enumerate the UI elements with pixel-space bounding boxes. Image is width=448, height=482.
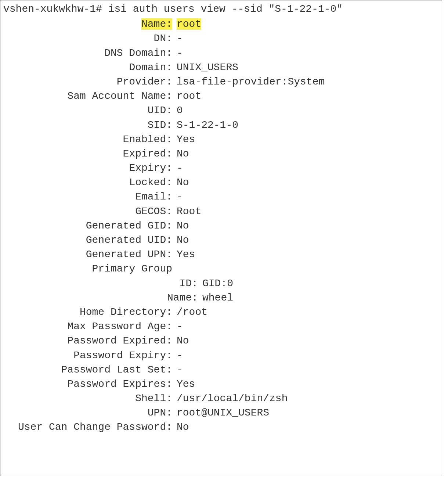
home-dir-value: /root [172,305,207,319]
dns-domain-label: DNS Domain: [3,46,172,60]
field-provider: Provider: lsa-file-provider:System [3,75,439,89]
pg-name-label: Name: [3,291,198,305]
upn-label: UPN: [3,406,172,420]
gecos-value: Root [172,204,201,219]
pg-id-value: GID:0 [198,276,233,291]
provider-label: Provider: [3,75,172,89]
dn-label: DN: [3,31,172,46]
field-uid: UID: 0 [3,103,439,118]
upn-value: root@UNIX_USERS [172,406,269,420]
pw-last-set-value: - [172,363,183,377]
enabled-label: Enabled: [3,132,172,147]
expiry-value: - [172,161,183,175]
field-dns-domain: DNS Domain: - [3,46,439,60]
max-pw-age-label: Max Password Age: [3,319,172,334]
pg-id-label: ID: [3,276,198,291]
pw-expiry-label: Password Expiry: [3,348,172,363]
expired-label: Expired: [3,147,172,161]
field-expired: Expired: No [3,147,439,161]
field-password-last-set: Password Last Set: - [3,363,439,377]
email-label: Email: [3,190,172,204]
dns-domain-value: - [172,46,183,60]
field-email: Email: - [3,190,439,204]
field-enabled: Enabled: Yes [3,132,439,147]
domain-value: UNIX_USERS [172,60,238,75]
name-value: root [177,18,201,30]
locked-label: Locked: [3,175,172,190]
domain-label: Domain: [3,60,172,75]
sam-label: Sam Account Name: [3,89,172,103]
field-shell: Shell: /usr/local/bin/zsh [3,391,439,406]
gen-upn-label: Generated UPN: [3,247,172,262]
field-expiry: Expiry: - [3,161,439,175]
uid-label: UID: [3,103,172,118]
user-can-change-value: No [172,420,189,434]
expired-value: No [172,147,189,161]
field-primary-group: Primary Group [3,262,439,276]
pw-last-set-label: Password Last Set: [3,363,172,377]
field-upn: UPN: root@UNIX_USERS [3,406,439,420]
field-domain: Domain: UNIX_USERS [3,60,439,75]
field-generated-uid: Generated UID: No [3,233,439,247]
field-password-expired: Password Expired: No [3,334,439,348]
field-password-expires: Password Expires: Yes [3,377,439,391]
field-max-password-age: Max Password Age: - [3,319,439,334]
shell-label: Shell: [3,391,172,406]
pg-name-value: wheel [198,291,233,305]
primary-group-label: Primary Group [3,262,172,276]
shell-value: /usr/local/bin/zsh [172,391,288,406]
uid-value: 0 [172,103,183,118]
name-label: Name: [141,18,172,30]
dn-value: - [172,31,183,46]
email-value: - [172,190,183,204]
gen-uid-value: No [172,233,189,247]
field-sam-account-name: Sam Account Name: root [3,89,439,103]
field-sid: SID: S-1-22-1-0 [3,118,439,132]
field-generated-gid: Generated GID: No [3,219,439,233]
enabled-value: Yes [172,132,195,147]
max-pw-age-value: - [172,319,183,334]
pw-expires-label: Password Expires: [3,377,172,391]
field-password-expiry: Password Expiry: - [3,348,439,363]
home-dir-label: Home Directory: [3,305,172,319]
pw-expired-label: Password Expired: [3,334,172,348]
field-dn: DN: - [3,31,439,46]
pw-expiry-value: - [172,348,183,363]
expiry-label: Expiry: [3,161,172,175]
gen-uid-label: Generated UID: [3,233,172,247]
locked-value: No [172,175,189,190]
pw-expires-value: Yes [172,377,195,391]
gen-gid-label: Generated GID: [3,219,172,233]
primary-group-value [172,262,177,276]
command-prompt-line: vshen-xukwkhw-1# isi auth users view --s… [3,2,439,16]
sam-value: root [172,89,201,103]
pw-expired-value: No [172,334,189,348]
field-home-directory: Home Directory: /root [3,305,439,319]
field-gecos: GECOS: Root [3,204,439,219]
field-primary-group-name: Name: wheel [3,291,439,305]
field-name: Name: root [3,17,439,31]
field-user-can-change-password: User Can Change Password: No [3,420,439,434]
user-can-change-label: User Can Change Password: [3,420,172,434]
gen-upn-value: Yes [172,247,195,262]
field-primary-group-id: ID: GID:0 [3,276,439,291]
gen-gid-value: No [172,219,189,233]
field-locked: Locked: No [3,175,439,190]
sid-value: S-1-22-1-0 [172,118,238,132]
provider-value: lsa-file-provider:System [172,75,325,89]
sid-label: SID: [3,118,172,132]
gecos-label: GECOS: [3,204,172,219]
field-generated-upn: Generated UPN: Yes [3,247,439,262]
